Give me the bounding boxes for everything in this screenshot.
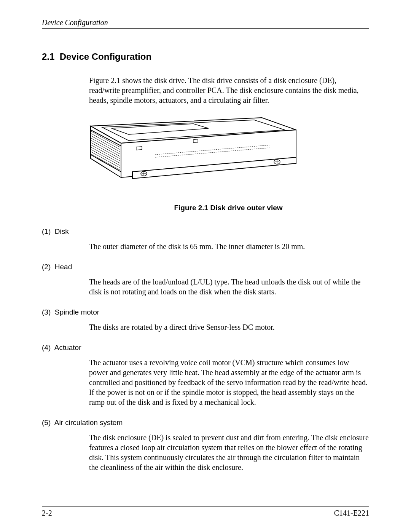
subsection-heading-head: (2) Head [42, 263, 369, 271]
subsection-heading-actuator: (4) Actuator [42, 343, 369, 352]
subsection-heading-air: (5) Air circulation system [42, 419, 369, 427]
footer-rule [42, 506, 369, 506]
sub-number: (4) [42, 343, 51, 351]
disk-drive-icon [79, 115, 300, 183]
sub-text: The disk enclosure (DE) is sealed to pre… [89, 433, 369, 472]
subsection-3: (3) Spindle motor The disks are rotated … [42, 308, 369, 332]
sub-number: (5) [42, 419, 51, 427]
page-number: 2-2 [42, 509, 52, 518]
figure-disk-drive [79, 115, 369, 185]
header-title: Device Configuration [42, 18, 369, 27]
sub-text: The heads are of the load/unload (L/UL) … [89, 277, 369, 297]
sub-title: Air circulation system [54, 419, 123, 427]
figure-caption: Figure 2.1 Disk drive outer view [88, 204, 369, 212]
subsection-4: (4) Actuator The actuator uses a revolvi… [42, 343, 369, 407]
subsection-heading-disk: (1) Disk [42, 227, 369, 236]
sub-title: Head [55, 263, 72, 271]
section-title: Device Configuration [60, 51, 151, 62]
doc-number: C141-E221 [334, 509, 369, 518]
sub-text: The disks are rotated by a direct drive … [89, 322, 369, 332]
section-intro: Figure 2.1 shows the disk drive. The dis… [89, 75, 369, 105]
page-footer: 2-2 C141-E221 [42, 506, 369, 518]
subsection-1: (1) Disk The outer diameter of the disk … [42, 227, 369, 251]
section-number: 2.1 [42, 51, 54, 62]
header-rule [42, 28, 369, 29]
sub-title: Spindle motor [55, 308, 99, 316]
subsection-5: (5) Air circulation system The disk encl… [42, 419, 369, 472]
page-header: Device Configuration [42, 18, 369, 29]
sub-title: Actuator [54, 343, 81, 351]
sub-text: The outer diameter of the disk is 65 mm.… [89, 241, 369, 251]
subsection-heading-spindle: (3) Spindle motor [42, 308, 369, 316]
section-heading: 2.1 Device Configuration [42, 51, 369, 62]
sub-number: (3) [42, 308, 51, 316]
subsection-2: (2) Head The heads are of the load/unloa… [42, 263, 369, 297]
sub-number: (1) [42, 227, 51, 235]
sub-title: Disk [55, 227, 69, 235]
sub-text: The actuator uses a revolving voice coil… [89, 358, 369, 407]
sub-number: (2) [42, 263, 51, 271]
